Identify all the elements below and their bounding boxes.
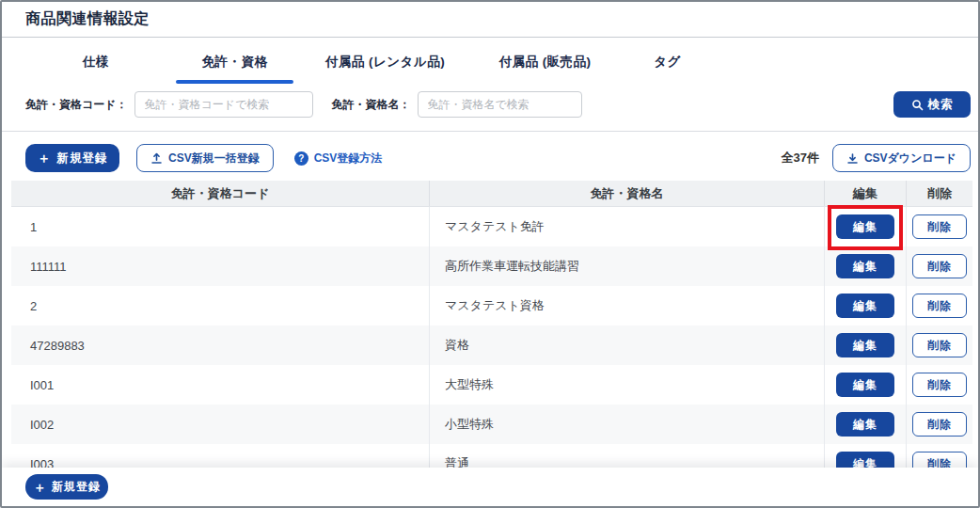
header-delete: 削除 xyxy=(907,181,972,206)
delete-button[interactable]: 削除 xyxy=(912,254,967,278)
tab-bar: 仕様 免許・資格 付属品 (レンタル品) 付属品 (販売品) タグ xyxy=(25,39,971,86)
license-name-label: 免許・資格名： xyxy=(332,97,411,113)
license-table: 免許・資格コード 免許・資格名 編集 削除 1 マスタテスト免許 編集 削除 1… xyxy=(11,181,972,484)
csv-bulk-register-button[interactable]: CSV新規一括登録 xyxy=(136,144,274,172)
search-button[interactable]: 検索 xyxy=(893,91,971,118)
edit-cell: 編集 xyxy=(825,207,907,246)
toolbar-right: 全37件 CSVダウンロード xyxy=(781,144,971,172)
header-license-code: 免許・資格コード xyxy=(11,181,430,206)
table-header: 免許・資格コード 免許・資格名 編集 削除 xyxy=(11,181,972,207)
delete-button[interactable]: 削除 xyxy=(912,294,967,318)
edit-cell: 編集 xyxy=(825,365,907,405)
license-code-cell: 1 xyxy=(11,207,430,246)
delete-cell: 削除 xyxy=(907,405,972,444)
edit-button[interactable]: 編集 xyxy=(836,214,894,239)
delete-cell: 削除 xyxy=(907,246,972,286)
license-name-cell: マスタテスト免許 xyxy=(430,207,825,246)
edit-cell: 編集 xyxy=(825,246,907,286)
table-row: I002 小型特殊 編集 削除 xyxy=(11,405,972,444)
license-code-label: 免許・資格コード： xyxy=(25,97,128,113)
delete-button[interactable]: 削除 xyxy=(912,333,967,357)
header-edit: 編集 xyxy=(825,181,907,206)
header-license-name: 免許・資格名 xyxy=(430,181,825,206)
footer-new-registration-button[interactable]: ＋ 新規登録 xyxy=(25,474,108,500)
delete-cell: 削除 xyxy=(907,286,972,325)
table-row: 47289883 資格 編集 削除 xyxy=(11,325,972,365)
sticky-footer: ＋ 新規登録 xyxy=(2,468,978,506)
edit-cell: 編集 xyxy=(825,286,907,325)
upload-icon xyxy=(150,152,163,165)
edit-button[interactable]: 編集 xyxy=(836,254,894,278)
tab-specs[interactable]: 仕様 xyxy=(25,39,166,86)
edit-cell: 編集 xyxy=(825,325,907,365)
toolbar: ＋ 新規登録 CSV新規一括登録 ? CSV登録方法 全37件 xyxy=(25,143,971,173)
license-code-cell: I002 xyxy=(11,405,430,444)
license-name-input[interactable] xyxy=(418,91,582,118)
tab-accessories-rental[interactable]: 付属品 (レンタル品) xyxy=(303,39,467,86)
new-registration-button[interactable]: ＋ 新規登録 xyxy=(25,144,119,172)
license-name-cell: マスタテスト資格 xyxy=(430,286,825,325)
plus-icon: ＋ xyxy=(38,151,52,165)
page-title: 商品関連情報設定 xyxy=(25,9,150,29)
delete-cell: 削除 xyxy=(907,365,972,405)
license-code-input[interactable] xyxy=(134,91,313,118)
question-icon: ? xyxy=(294,151,308,166)
table-body: 1 マスタテスト免許 編集 削除 111111 高所作業車運転技能講習 編集 削… xyxy=(11,207,972,484)
edit-cell: 編集 xyxy=(825,405,907,444)
license-code-cell: I001 xyxy=(11,365,430,405)
delete-button[interactable]: 削除 xyxy=(912,373,967,397)
license-name-cell: 資格 xyxy=(430,325,825,365)
delete-cell: 削除 xyxy=(907,207,972,246)
delete-cell: 削除 xyxy=(907,325,972,365)
tab-tags[interactable]: タグ xyxy=(623,39,712,86)
edit-button[interactable]: 編集 xyxy=(836,333,894,357)
csv-help-link[interactable]: ? CSV登録方法 xyxy=(294,151,383,167)
csv-download-button[interactable]: CSVダウンロード xyxy=(832,144,971,172)
license-name-cell: 大型特殊 xyxy=(430,365,825,405)
license-name-cell: 小型特殊 xyxy=(430,405,825,444)
edit-button[interactable]: 編集 xyxy=(836,373,894,397)
title-bar: 商品関連情報設定 xyxy=(2,2,978,38)
tab-accessories-sale[interactable]: 付属品 (販売品) xyxy=(467,39,623,86)
search-row: 免許・資格コード： 免許・資格名： 検索 xyxy=(25,90,971,119)
edit-button[interactable]: 編集 xyxy=(836,294,894,318)
delete-button[interactable]: 削除 xyxy=(912,412,967,437)
table-row: I001 大型特殊 編集 削除 xyxy=(11,365,972,405)
license-code-cell: 2 xyxy=(11,286,430,325)
table-row: 1 マスタテスト免許 編集 削除 xyxy=(11,207,972,246)
search-icon xyxy=(911,99,924,111)
license-name-cell: 高所作業車運転技能講習 xyxy=(430,246,825,286)
total-count: 全37件 xyxy=(781,150,818,167)
section-divider xyxy=(2,131,978,132)
table-row: 111111 高所作業車運転技能講習 編集 削除 xyxy=(11,246,972,286)
download-icon xyxy=(846,152,859,165)
plus-icon: ＋ xyxy=(33,481,47,494)
edit-button[interactable]: 編集 xyxy=(836,412,894,437)
product-settings-window: 商品関連情報設定 仕様 免許・資格 付属品 (レンタル品) 付属品 (販売品) … xyxy=(0,0,980,508)
tab-license-qualification[interactable]: 免許・資格 xyxy=(166,39,303,86)
license-code-cell: 111111 xyxy=(11,246,430,286)
delete-button[interactable]: 削除 xyxy=(912,214,967,239)
table-row: 2 マスタテスト資格 編集 削除 xyxy=(11,286,972,325)
license-code-cell: 47289883 xyxy=(11,325,430,365)
